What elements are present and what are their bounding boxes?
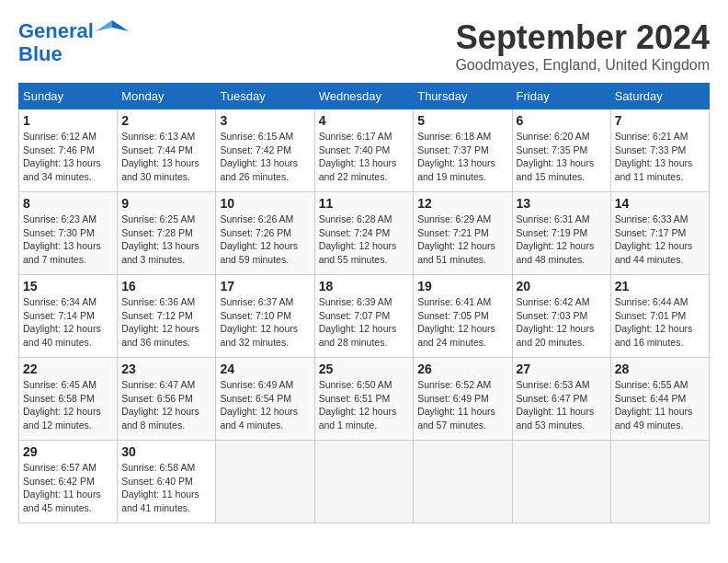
month-title: September 2024 xyxy=(455,18,710,57)
day-cell: 13Sunrise: 6:31 AM Sunset: 7:19 PM Dayli… xyxy=(512,192,610,275)
day-number: 25 xyxy=(319,362,410,376)
day-info: Sunrise: 6:55 AM Sunset: 6:44 PM Dayligh… xyxy=(615,378,705,432)
day-info: Sunrise: 6:41 AM Sunset: 7:05 PM Dayligh… xyxy=(417,295,507,350)
day-number: 12 xyxy=(417,196,507,211)
day-number: 17 xyxy=(220,279,310,293)
day-cell: 2Sunrise: 6:13 AM Sunset: 7:44 PM Daylig… xyxy=(118,109,216,192)
day-info: Sunrise: 6:17 AM Sunset: 7:40 PM Dayligh… xyxy=(319,130,410,184)
day-number: 23 xyxy=(121,362,211,376)
day-number: 20 xyxy=(517,279,607,293)
day-info: Sunrise: 6:50 AM Sunset: 6:51 PM Dayligh… xyxy=(319,378,410,432)
day-info: Sunrise: 6:26 AM Sunset: 7:26 PM Dayligh… xyxy=(220,213,310,267)
day-cell: 12Sunrise: 6:29 AM Sunset: 7:21 PM Dayli… xyxy=(414,192,512,275)
day-cell: 26Sunrise: 6:52 AM Sunset: 6:49 PM Dayli… xyxy=(414,358,512,441)
day-number: 22 xyxy=(23,362,113,376)
day-info: Sunrise: 6:23 AM Sunset: 7:30 PM Dayligh… xyxy=(23,213,113,267)
column-headers: SundayMondayTuesdayWednesdayThursdayFrid… xyxy=(19,84,710,109)
col-header-saturday: Saturday xyxy=(610,84,709,109)
day-info: Sunrise: 6:29 AM Sunset: 7:21 PM Dayligh… xyxy=(417,213,507,267)
day-cell: 15Sunrise: 6:34 AM Sunset: 7:14 PM Dayli… xyxy=(19,275,118,358)
day-info: Sunrise: 6:12 AM Sunset: 7:46 PM Dayligh… xyxy=(23,130,113,184)
day-info: Sunrise: 6:18 AM Sunset: 7:37 PM Dayligh… xyxy=(417,130,507,184)
calendar-body: 1Sunrise: 6:12 AM Sunset: 7:46 PM Daylig… xyxy=(19,109,710,523)
day-info: Sunrise: 6:52 AM Sunset: 6:49 PM Dayligh… xyxy=(417,378,507,432)
day-number: 30 xyxy=(121,444,211,459)
day-cell: 23Sunrise: 6:47 AM Sunset: 6:56 PM Dayli… xyxy=(118,358,216,441)
day-cell: 24Sunrise: 6:49 AM Sunset: 6:54 PM Dayli… xyxy=(216,358,314,441)
day-cell xyxy=(610,441,709,523)
day-info: Sunrise: 6:45 AM Sunset: 6:58 PM Dayligh… xyxy=(23,378,113,432)
day-cell: 16Sunrise: 6:36 AM Sunset: 7:12 PM Dayli… xyxy=(118,275,216,358)
day-number: 2 xyxy=(121,113,211,128)
day-cell: 20Sunrise: 6:42 AM Sunset: 7:03 PM Dayli… xyxy=(512,275,610,358)
day-cell: 25Sunrise: 6:50 AM Sunset: 6:51 PM Dayli… xyxy=(314,358,414,441)
day-cell: 17Sunrise: 6:37 AM Sunset: 7:10 PM Dayli… xyxy=(216,275,314,358)
day-number: 18 xyxy=(319,279,410,293)
day-cell xyxy=(414,441,512,523)
col-header-friday: Friday xyxy=(512,84,610,109)
day-cell: 3Sunrise: 6:15 AM Sunset: 7:42 PM Daylig… xyxy=(216,109,314,192)
location: Goodmayes, England, United Kingdom xyxy=(455,57,710,74)
day-cell xyxy=(314,441,414,523)
day-cell: 8Sunrise: 6:23 AM Sunset: 7:30 PM Daylig… xyxy=(19,192,118,275)
svg-marker-0 xyxy=(112,20,129,31)
day-info: Sunrise: 6:33 AM Sunset: 7:17 PM Dayligh… xyxy=(615,213,705,267)
day-info: Sunrise: 6:31 AM Sunset: 7:19 PM Dayligh… xyxy=(517,213,607,267)
week-row-2: 8Sunrise: 6:23 AM Sunset: 7:30 PM Daylig… xyxy=(19,192,710,275)
day-info: Sunrise: 6:15 AM Sunset: 7:42 PM Dayligh… xyxy=(220,130,310,184)
day-number: 19 xyxy=(417,279,507,293)
day-cell: 29Sunrise: 6:57 AM Sunset: 6:42 PM Dayli… xyxy=(19,441,118,523)
week-row-4: 22Sunrise: 6:45 AM Sunset: 6:58 PM Dayli… xyxy=(19,358,710,441)
day-number: 16 xyxy=(121,279,211,293)
day-number: 9 xyxy=(121,196,211,211)
header: General Blue September 2024 Goodmayes, E… xyxy=(18,18,710,74)
day-cell xyxy=(216,441,314,523)
day-info: Sunrise: 6:42 AM Sunset: 7:03 PM Dayligh… xyxy=(517,295,607,350)
col-header-wednesday: Wednesday xyxy=(314,84,414,109)
day-info: Sunrise: 6:47 AM Sunset: 6:56 PM Dayligh… xyxy=(121,378,211,432)
day-cell: 10Sunrise: 6:26 AM Sunset: 7:26 PM Dayli… xyxy=(216,192,314,275)
day-cell xyxy=(512,441,610,523)
day-info: Sunrise: 6:53 AM Sunset: 6:47 PM Dayligh… xyxy=(517,378,607,432)
day-number: 14 xyxy=(615,196,705,211)
day-info: Sunrise: 6:58 AM Sunset: 6:40 PM Dayligh… xyxy=(121,461,211,515)
day-cell: 28Sunrise: 6:55 AM Sunset: 6:44 PM Dayli… xyxy=(610,358,709,441)
svg-marker-1 xyxy=(96,20,112,31)
day-number: 10 xyxy=(220,196,310,211)
day-number: 11 xyxy=(319,196,410,211)
calendar-table: SundayMondayTuesdayWednesdayThursdayFrid… xyxy=(18,83,710,523)
logo: General Blue xyxy=(18,18,129,64)
day-cell: 30Sunrise: 6:58 AM Sunset: 6:40 PM Dayli… xyxy=(118,441,216,523)
logo-blue: Blue xyxy=(18,44,63,64)
day-info: Sunrise: 6:25 AM Sunset: 7:28 PM Dayligh… xyxy=(121,213,211,267)
day-cell: 27Sunrise: 6:53 AM Sunset: 6:47 PM Dayli… xyxy=(512,358,610,441)
day-number: 29 xyxy=(23,444,113,459)
col-header-sunday: Sunday xyxy=(19,84,118,109)
day-cell: 4Sunrise: 6:17 AM Sunset: 7:40 PM Daylig… xyxy=(314,109,414,192)
day-info: Sunrise: 6:37 AM Sunset: 7:10 PM Dayligh… xyxy=(220,295,310,350)
day-info: Sunrise: 6:57 AM Sunset: 6:42 PM Dayligh… xyxy=(23,461,113,515)
day-cell: 6Sunrise: 6:20 AM Sunset: 7:35 PM Daylig… xyxy=(512,109,610,192)
day-cell: 19Sunrise: 6:41 AM Sunset: 7:05 PM Dayli… xyxy=(414,275,512,358)
day-number: 24 xyxy=(220,362,310,376)
day-number: 7 xyxy=(615,113,705,128)
day-number: 6 xyxy=(517,113,607,128)
day-info: Sunrise: 6:36 AM Sunset: 7:12 PM Dayligh… xyxy=(121,295,211,350)
day-number: 21 xyxy=(615,279,705,293)
day-number: 26 xyxy=(417,362,507,376)
day-number: 13 xyxy=(517,196,607,211)
day-cell: 11Sunrise: 6:28 AM Sunset: 7:24 PM Dayli… xyxy=(314,192,414,275)
day-cell: 5Sunrise: 6:18 AM Sunset: 7:37 PM Daylig… xyxy=(414,109,512,192)
day-cell: 1Sunrise: 6:12 AM Sunset: 7:46 PM Daylig… xyxy=(19,109,118,192)
day-info: Sunrise: 6:34 AM Sunset: 7:14 PM Dayligh… xyxy=(23,295,113,350)
day-cell: 7Sunrise: 6:21 AM Sunset: 7:33 PM Daylig… xyxy=(610,109,709,192)
day-info: Sunrise: 6:44 AM Sunset: 7:01 PM Dayligh… xyxy=(615,295,705,350)
day-number: 15 xyxy=(23,279,113,293)
day-number: 1 xyxy=(23,113,113,128)
col-header-tuesday: Tuesday xyxy=(216,84,314,109)
day-number: 3 xyxy=(220,113,310,128)
day-info: Sunrise: 6:20 AM Sunset: 7:35 PM Dayligh… xyxy=(517,130,607,184)
day-number: 28 xyxy=(615,362,705,376)
col-header-thursday: Thursday xyxy=(414,84,512,109)
day-cell: 21Sunrise: 6:44 AM Sunset: 7:01 PM Dayli… xyxy=(610,275,709,358)
